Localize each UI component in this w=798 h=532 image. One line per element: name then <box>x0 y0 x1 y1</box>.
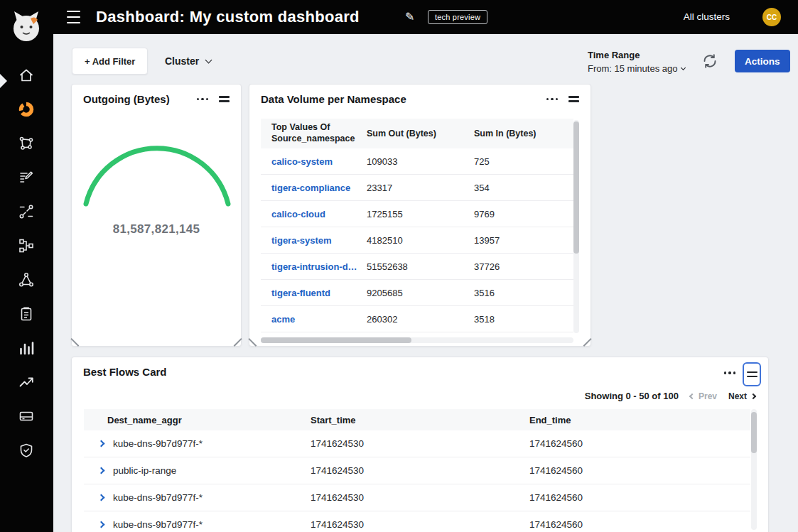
card-menu-icon[interactable] <box>197 98 209 101</box>
namespace-table: Top Values Of Source_namespace Sum Out (… <box>261 119 573 332</box>
avatar[interactable]: CC <box>762 8 781 26</box>
sum-in-value: 354 <box>468 183 573 193</box>
service-graph-icon[interactable] <box>12 129 41 158</box>
table-row[interactable]: kube-dns-9b7d977f-* 1741624530 174162456… <box>84 430 750 457</box>
actions-button[interactable]: Actions <box>735 50 790 72</box>
namespace-link[interactable]: tigera-intrusion-d… <box>261 261 360 272</box>
cluster-selector[interactable]: All clusters <box>684 0 730 34</box>
start-time: 1741624530 <box>311 492 529 503</box>
time-range-value[interactable]: From: 15 minutes ago <box>588 63 685 74</box>
dest-name: public-ip-range <box>113 465 176 476</box>
security-icon[interactable] <box>12 436 41 465</box>
expand-row-icon[interactable] <box>98 521 105 528</box>
card-best-flows: Best Flows Card Showing 0 - 50 of 100 Pr… <box>71 357 769 532</box>
page-title: Dashboard: My custom dashboard <box>96 0 360 34</box>
sum-in-value: 3516 <box>468 288 573 298</box>
drag-handle-icon[interactable] <box>219 96 230 102</box>
namespace-link[interactable]: tigera-system <box>261 235 360 246</box>
namespace-link[interactable]: tigera-fluentd <box>261 288 360 298</box>
table-row: acme 260302 3518 <box>261 306 573 332</box>
refresh-icon[interactable] <box>701 53 718 70</box>
table-row: calico-cloud 1725155 9769 <box>261 201 573 227</box>
network-sets-icon[interactable] <box>12 232 41 260</box>
trends-icon[interactable] <box>12 368 41 396</box>
table-row[interactable]: kube-dns-9b7d977f-* 1741624530 174162456… <box>84 484 750 511</box>
dest-name: kube-dns-9b7d977f-* <box>113 492 203 503</box>
card-title: Best Flows Card <box>83 366 167 378</box>
sum-in-value: 13957 <box>468 235 573 246</box>
expand-row-icon[interactable] <box>98 440 105 447</box>
table-header: Dest_name_aggr Start_time End_time <box>84 409 750 430</box>
dest-name: kube-dns-9b7d977f-* <box>113 519 203 530</box>
vertical-scrollbar[interactable] <box>573 120 579 333</box>
sidebar <box>0 0 53 532</box>
end-time: 1741624560 <box>529 438 750 449</box>
sum-out-value: 23317 <box>360 183 468 193</box>
vertical-scrollbar[interactable] <box>751 409 757 530</box>
chevron-down-icon <box>681 65 686 70</box>
pagination: Showing 0 - 50 of 100 Prev Next <box>585 391 755 401</box>
expand-row-icon[interactable] <box>98 494 105 501</box>
chevron-down-icon <box>205 56 212 63</box>
sum-in-value: 725 <box>468 156 573 167</box>
next-page-button[interactable]: Next <box>728 391 755 401</box>
table-row[interactable]: kube-dns-9b7d977f-* 1741624530 174162456… <box>84 511 750 532</box>
namespace-link[interactable]: acme <box>261 314 360 325</box>
sum-in-value: 37726 <box>468 261 573 272</box>
dashboards-icon[interactable] <box>12 95 41 124</box>
start-time: 1741624530 <box>311 465 529 476</box>
table-row: tigera-intrusion-d… 51552638 37726 <box>261 254 573 280</box>
namespace-link[interactable]: calico-cloud <box>261 209 360 219</box>
sum-in-value: 3518 <box>468 314 573 325</box>
showing-label: Showing 0 - 50 of 100 <box>585 391 679 401</box>
chevron-left-icon <box>689 393 695 398</box>
policies-icon[interactable] <box>12 163 41 192</box>
end-time: 1741624560 <box>529 465 750 476</box>
topbar: Dashboard: My custom dashboard ✎ tech pr… <box>0 0 798 34</box>
namespace-link[interactable]: tigera-compliance <box>261 183 360 193</box>
chevron-right-icon <box>750 393 756 398</box>
network-flows-icon[interactable] <box>12 197 41 226</box>
workloads-icon[interactable] <box>12 266 41 294</box>
column-header: Dest_name_aggr <box>84 415 311 425</box>
menu-icon[interactable] <box>67 11 82 23</box>
resize-handle[interactable] <box>231 336 241 346</box>
table-row[interactable]: public-ip-range 1741624530 1741624560 <box>84 457 750 484</box>
sum-out-value: 9205685 <box>360 288 468 298</box>
edit-dashboard-icon[interactable]: ✎ <box>405 10 414 23</box>
drag-handle-icon[interactable] <box>568 96 579 102</box>
table-header: Top Values Of Source_namespace Sum Out (… <box>261 119 573 148</box>
card-outgoing-bytes: Outgoing (Bytes) 81,587,821,145 <box>71 84 242 347</box>
cluster-dropdown[interactable]: Cluster <box>165 48 211 75</box>
end-time: 1741624560 <box>529 519 750 530</box>
card-menu-icon[interactable] <box>546 98 559 101</box>
end-time: 1741624560 <box>529 492 750 503</box>
tech-preview-badge: tech preview <box>428 10 487 24</box>
prev-page-button[interactable]: Prev <box>690 391 717 401</box>
horizontal-scrollbar[interactable] <box>261 337 573 343</box>
table-row: tigera-system 4182510 13957 <box>261 227 573 254</box>
statistics-icon[interactable] <box>12 334 41 362</box>
card-data-volume: Data Volume per Namespace Top Values Of … <box>249 84 591 347</box>
add-filter-button[interactable]: + Add Filter <box>72 48 148 75</box>
expand-row-icon[interactable] <box>98 467 105 474</box>
table-row: tigera-fluentd 9205685 3516 <box>261 280 573 306</box>
card-title: Data Volume per Namespace <box>261 93 406 105</box>
sum-out-value: 1725155 <box>360 209 468 219</box>
resize-handle[interactable] <box>581 336 591 346</box>
dest-name: kube-dns-9b7d977f-* <box>113 438 203 449</box>
resize-handle[interactable] <box>249 336 259 346</box>
card-menu-icon[interactable] <box>724 371 736 374</box>
endpoints-icon[interactable] <box>12 402 41 430</box>
home-icon[interactable] <box>12 61 41 89</box>
time-range-from: From: 15 minutes ago <box>588 63 677 74</box>
namespace-link[interactable]: calico-system <box>261 156 360 167</box>
card-title: Outgoing (Bytes) <box>83 93 170 105</box>
column-header: Sum Out (Bytes) <box>360 129 468 139</box>
resize-handle[interactable] <box>72 336 82 346</box>
calico-logo <box>11 9 42 45</box>
compliance-icon[interactable] <box>12 300 41 328</box>
drag-handle-selected[interactable] <box>743 362 761 386</box>
sidebar-nav <box>12 61 41 465</box>
column-header: Start_time <box>311 415 529 425</box>
